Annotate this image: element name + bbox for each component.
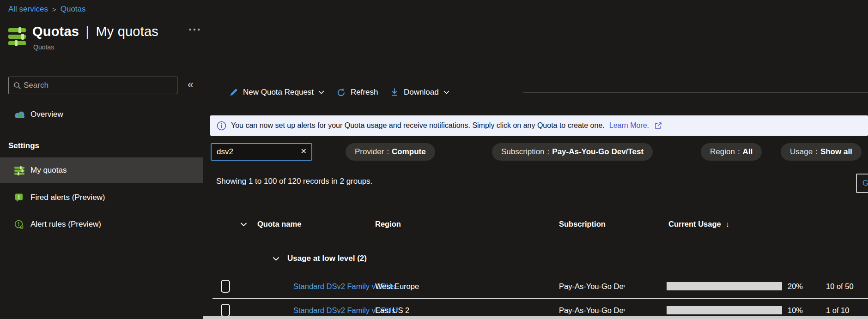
sidebar-settings-header: Settings — [8, 141, 39, 150]
sidebar-item-fired-alerts[interactable]: Fired alerts (Preview) — [0, 189, 203, 206]
table-header-row: Quota name Region Subscription Current U… — [203, 214, 868, 234]
pill-label: Region — [710, 147, 735, 156]
column-header-region[interactable]: Region — [375, 220, 401, 229]
refresh-button[interactable]: Refresh — [336, 82, 378, 102]
sidebar-item-alert-rules[interactable]: Alert rules (Preview) — [0, 216, 203, 233]
sidebar-item-label: My quotas — [30, 166, 67, 175]
clear-search-icon[interactable]: ✕ — [301, 147, 307, 156]
my-quotas-sliders-icon — [14, 165, 25, 176]
usage-progress-bar — [667, 306, 782, 314]
pill-separator: : — [815, 147, 818, 156]
pill-value: Pay-As-You-Go Dev/Test — [552, 147, 643, 156]
sidebar-item-label: Fired alerts (Preview) — [30, 193, 105, 202]
command-bar-divider — [523, 92, 868, 93]
alert-rules-icon — [14, 219, 24, 229]
banner-message: You can now set up alerts for your Quota… — [231, 121, 605, 130]
filter-pill-region[interactable]: Region : All — [701, 143, 762, 161]
pill-label: Subscription — [501, 147, 545, 156]
pill-separator: : — [547, 147, 550, 156]
region-cell: West Europe — [375, 282, 419, 291]
download-button[interactable]: Download — [390, 82, 449, 102]
table-row: Standard DSv2 Family vCPUs West Europe P… — [203, 274, 868, 299]
filter-pill-provider[interactable]: Provider : Compute — [346, 143, 435, 161]
pill-value: Compute — [392, 147, 426, 156]
filter-pill-usage[interactable]: Usage : Show all — [781, 143, 862, 161]
column-header-quota-name[interactable]: Quota name — [257, 220, 301, 229]
subscription-cell: Pay-As-You-Go Dev/ — [559, 282, 625, 291]
refresh-icon — [336, 88, 346, 97]
pill-label: Usage — [790, 147, 813, 156]
group-row[interactable]: Usage at low level (2) — [203, 248, 868, 269]
column-header-current-usage[interactable]: Current Usage ↓ — [668, 220, 729, 229]
sidebar-search-input[interactable] — [24, 77, 176, 94]
group-label: Usage at low level (2) — [287, 254, 367, 263]
usage-detail: 10 of 50 — [826, 282, 854, 291]
new-quota-request-label: New Quota Request — [243, 88, 314, 97]
sort-descending-icon: ↓ — [726, 220, 729, 228]
subscription-cell: Pay-As-You-Go Dev/ — [559, 306, 625, 315]
usage-progress-bar — [667, 282, 782, 290]
chevron-down-icon — [318, 90, 324, 94]
results-summary: Showing 1 to 100 of 120 records in 2 gro… — [216, 177, 372, 186]
sidebar-collapse-button[interactable]: « — [188, 78, 194, 91]
usage-percent: 10% — [788, 306, 803, 315]
column-header-current-usage-label: Current Usage — [668, 220, 721, 229]
column-header-subscription[interactable]: Subscription — [559, 220, 606, 229]
refresh-label: Refresh — [351, 88, 378, 97]
overview-cloud-icon — [14, 109, 26, 120]
main-content: New Quota Request Refresh Download — [203, 0, 868, 319]
fired-alerts-icon — [14, 193, 24, 203]
pencil-icon — [229, 88, 238, 97]
row-checkbox[interactable] — [221, 304, 230, 317]
pill-value: Show all — [820, 147, 852, 156]
pill-value: All — [743, 147, 753, 156]
banner-learn-more-link[interactable]: Learn More. — [609, 121, 649, 130]
sidebar-item-my-quotas[interactable]: My quotas — [0, 157, 203, 183]
quota-filter-search-box[interactable]: ✕ — [211, 143, 312, 161]
row-separator — [212, 298, 868, 299]
group-collapse-chevron-icon[interactable] — [273, 254, 279, 263]
info-icon — [217, 121, 226, 131]
sidebar-item-label: Overview — [30, 110, 63, 119]
usage-detail: 1 of 10 — [826, 306, 849, 315]
expand-all-chevron-icon[interactable] — [240, 220, 247, 229]
info-banner: You can now set up alerts for your Quota… — [210, 115, 868, 136]
quota-filter-search-input[interactable] — [212, 144, 295, 160]
pill-separator: : — [738, 147, 740, 156]
search-icon — [13, 82, 21, 90]
usage-percent: 20% — [788, 282, 803, 291]
sidebar: « Overview Settings — [0, 0, 203, 319]
pill-label: Provider — [355, 147, 384, 156]
filter-pill-subscription[interactable]: Subscription : Pay-As-You-Go Dev/Test — [492, 143, 653, 161]
sidebar-search-box[interactable] — [8, 77, 177, 94]
group-by-button-partial[interactable]: G — [856, 174, 868, 193]
download-label: Download — [404, 88, 439, 97]
region-cell: East US 2 — [375, 306, 409, 315]
chevron-down-icon — [443, 90, 449, 94]
new-quota-request-button[interactable]: New Quota Request — [229, 82, 324, 102]
external-link-icon[interactable] — [655, 122, 662, 129]
pill-separator: : — [387, 147, 389, 156]
row-checkbox[interactable] — [221, 280, 230, 293]
sidebar-item-overview[interactable]: Overview — [0, 106, 203, 123]
download-icon — [390, 88, 399, 97]
horizontal-scrollbar[interactable] — [203, 316, 868, 319]
sidebar-item-label: Alert rules (Preview) — [30, 220, 101, 229]
